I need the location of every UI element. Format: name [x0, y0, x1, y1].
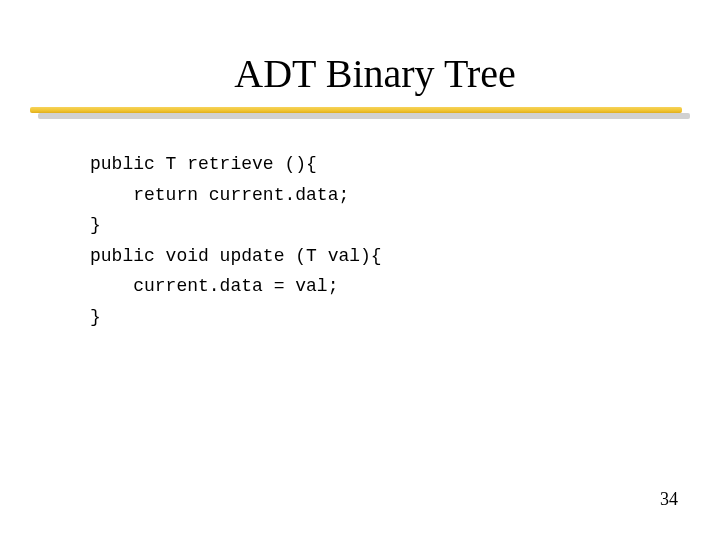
code-block: public T retrieve (){ return current.dat… [90, 149, 660, 333]
title-underline-bar [30, 107, 682, 113]
code-line: return current.data; [90, 185, 349, 205]
code-line: } [90, 307, 101, 327]
code-line: public void update (T val){ [90, 246, 382, 266]
code-line: } [90, 215, 101, 235]
title-underline-shadow [38, 113, 690, 119]
code-line: public T retrieve (){ [90, 154, 317, 174]
page-number: 34 [660, 489, 678, 510]
slide: ADT Binary Tree public T retrieve (){ re… [0, 0, 720, 540]
title-underline [30, 107, 690, 121]
page-title: ADT Binary Tree [90, 50, 660, 97]
code-line: current.data = val; [90, 276, 338, 296]
